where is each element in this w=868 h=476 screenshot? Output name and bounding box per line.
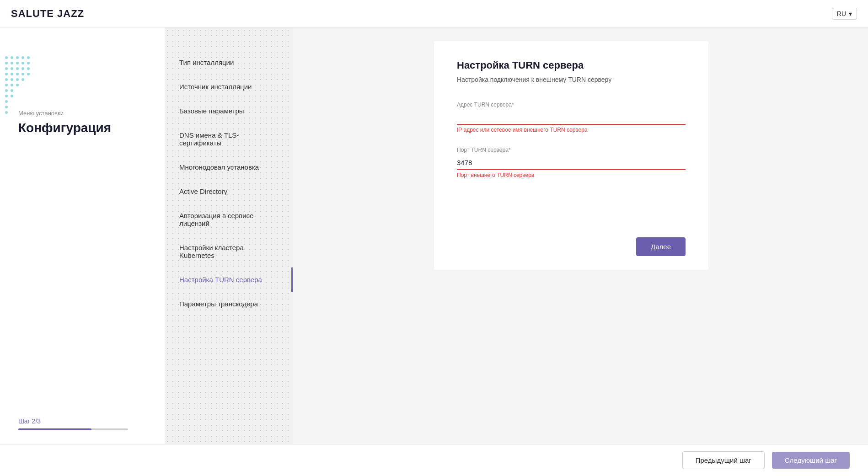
svg-point-9 [27, 62, 30, 64]
svg-point-22 [16, 78, 19, 81]
left-sidebar: Меню установки Конфигурация Шаг 2/3 [0, 27, 165, 444]
form-group-turn-port: Порт TURN сервера*Порт внешнего TURN сер… [457, 147, 686, 178]
svg-point-23 [21, 78, 24, 81]
progress-bar-fill [18, 428, 91, 430]
nav-panel: Тип инсталляцииИсточник инсталляцииБазов… [165, 27, 293, 444]
nav-item-base-params[interactable]: Базовые параметры [165, 99, 293, 123]
svg-point-2 [16, 56, 19, 59]
svg-point-32 [5, 106, 8, 108]
svg-point-5 [5, 62, 8, 64]
language-selector[interactable]: RU ▾ [832, 8, 857, 20]
nav-item-active-directory[interactable]: Active Directory [165, 179, 293, 203]
svg-point-0 [5, 56, 8, 59]
menu-label: Меню установки [18, 110, 154, 117]
progress-bar-background [18, 428, 128, 430]
svg-point-13 [21, 67, 24, 70]
language-label: RU [837, 10, 846, 17]
content-panel: Настройка TURN сервера Настройка подключ… [293, 27, 868, 444]
svg-point-15 [5, 73, 8, 75]
bottom-bar: Предыдущий шаг Следующий шаг [0, 444, 868, 476]
svg-point-31 [5, 100, 8, 103]
form-fields: Адрес TURN сервера*IP адрес или сетевое … [457, 102, 686, 178]
svg-point-21 [11, 78, 13, 81]
svg-point-28 [11, 89, 13, 92]
nav-item-multinode[interactable]: Многонодовая установка [165, 155, 293, 179]
svg-point-6 [11, 62, 13, 64]
svg-point-16 [11, 73, 13, 75]
svg-point-8 [21, 62, 24, 64]
nav-item-dns-tls[interactable]: DNS имена & TLS-сертификаты [165, 123, 293, 155]
content-card: Настройка TURN сервера Настройка подключ… [434, 41, 708, 270]
svg-point-29 [5, 95, 8, 97]
svg-point-14 [27, 67, 30, 70]
form-group-turn-address: Адрес TURN сервера*IP адрес или сетевое … [457, 102, 686, 133]
main-layout: Меню установки Конфигурация Шаг 2/3 Тип … [0, 27, 868, 444]
svg-point-12 [16, 67, 19, 70]
nav-item-license-auth[interactable]: Авторизация в сервисе лицензий [165, 203, 293, 235]
next-step-button[interactable]: Следующий шаг [772, 452, 850, 469]
card-title: Настройка TURN сервера [457, 59, 686, 71]
prev-step-button[interactable]: Предыдущий шаг [682, 451, 765, 469]
svg-point-27 [5, 89, 8, 92]
svg-point-19 [27, 73, 30, 75]
field-input-turn-port[interactable] [457, 156, 686, 170]
svg-point-25 [11, 84, 13, 86]
svg-point-4 [27, 56, 30, 59]
card-subtitle: Настройка подключения к внешнему TURN се… [457, 76, 686, 83]
svg-point-17 [16, 73, 19, 75]
svg-point-26 [16, 84, 19, 86]
svg-point-3 [21, 56, 24, 59]
app-logo: SALUTE JAZZ [11, 8, 84, 20]
field-input-turn-address[interactable] [457, 111, 686, 125]
field-error-turn-port: Порт внешнего TURN сервера [457, 172, 686, 178]
field-label-turn-port: Порт TURN сервера* [457, 147, 686, 153]
chevron-down-icon: ▾ [849, 10, 852, 17]
nav-item-install-type[interactable]: Тип инсталляции [165, 50, 293, 75]
svg-point-7 [16, 62, 19, 64]
svg-point-30 [11, 95, 13, 97]
svg-point-18 [21, 73, 24, 75]
nav-item-transcoder[interactable]: Параметры транскодера [165, 292, 293, 316]
nav-active-indicator [291, 267, 293, 292]
app-header: SALUTE JAZZ RU ▾ [0, 0, 868, 27]
step-section: Шаг 2/3 [18, 417, 154, 430]
svg-point-10 [5, 67, 8, 70]
svg-point-1 [11, 56, 13, 59]
svg-point-24 [5, 84, 8, 86]
svg-point-11 [11, 67, 13, 70]
nav-item-turn-server[interactable]: Настройка TURN сервера [165, 267, 293, 292]
nav-item-install-source[interactable]: Источник инсталляции [165, 75, 293, 99]
step-label: Шаг 2/3 [18, 417, 154, 425]
decorative-dots [4, 55, 33, 133]
field-error-turn-address: IP адрес или сетевое имя внешнего TURN с… [457, 127, 686, 133]
field-label-turn-address: Адрес TURN сервера* [457, 102, 686, 108]
card-next-button[interactable]: Далее [636, 237, 686, 256]
svg-point-33 [5, 111, 8, 114]
nav-item-kubernetes[interactable]: Настройки кластера Kubernetes [165, 235, 293, 267]
svg-point-20 [5, 78, 8, 81]
page-title: Конфигурация [18, 120, 154, 136]
